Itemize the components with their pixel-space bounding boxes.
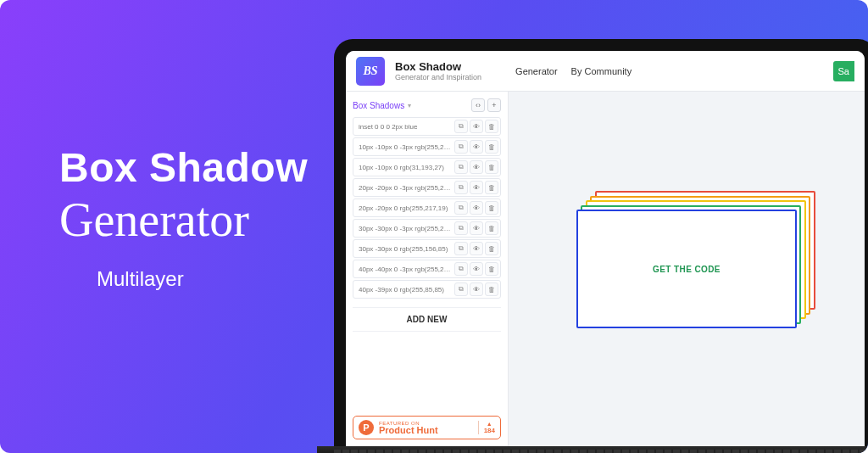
sidebar-head-buttons: ‹› +: [471, 98, 501, 112]
shadow-row[interactable]: 10px -10px 0 -3px rgb(255,255,255)⧉👁🗑: [353, 137, 501, 156]
trash-icon[interactable]: 🗑: [485, 160, 498, 174]
trash-icon[interactable]: 🗑: [485, 120, 498, 133]
shadow-value: inset 0 0 0 2px blue: [359, 123, 453, 131]
sidebar-head: Box Shadows ▾ ‹› +: [353, 98, 501, 112]
copy-icon[interactable]: ⧉: [454, 120, 468, 133]
hero-block: Box Shadow Generator Multilayer: [59, 144, 308, 291]
trash-icon[interactable]: 🗑: [485, 262, 498, 276]
hero-subtitle: Multilayer: [97, 267, 308, 291]
laptop-mock: BS Box Shadow Generator and Inspiration …: [334, 39, 868, 453]
shadow-value: 10px -10px 0 -3px rgb(255,255,255): [359, 143, 453, 151]
brand-title: Box Shadow: [395, 60, 481, 73]
ph-name: Product Hunt: [379, 426, 438, 435]
copy-icon[interactable]: ⧉: [454, 181, 468, 194]
shadow-row[interactable]: 40px -39px 0 rgb(255,85,85)⧉👁🗑: [353, 280, 501, 299]
app-body: Box Shadows ▾ ‹› + inset 0 0 0 2px blue⧉…: [346, 92, 865, 446]
sidebar: Box Shadows ▾ ‹› + inset 0 0 0 2px blue⧉…: [346, 92, 509, 446]
copy-icon[interactable]: ⧉: [454, 282, 468, 296]
trash-icon[interactable]: 🗑: [485, 140, 498, 154]
ph-count: 184: [484, 427, 495, 434]
brand-sub: Generator and Inspiration: [395, 73, 481, 81]
sidebar-title-text: Box Shadows: [353, 101, 404, 110]
product-hunt-logo-icon: P: [359, 420, 374, 435]
nav-community[interactable]: By Community: [571, 66, 632, 76]
shadow-row[interactable]: 30px -30px 0 -3px rgb(255,255,255)⧉👁🗑: [353, 219, 501, 238]
laptop-keyboard: [317, 446, 868, 453]
laptop-bezel: BS Box Shadow Generator and Inspiration …: [334, 39, 868, 446]
trash-icon[interactable]: 🗑: [485, 282, 498, 296]
add-new-button[interactable]: ADD NEW: [353, 307, 501, 332]
brand-block: Box Shadow Generator and Inspiration: [395, 60, 481, 81]
preview-layer-blue[interactable]: GET THE CODE: [576, 210, 797, 328]
app-logo[interactable]: BS: [356, 57, 385, 86]
copy-icon[interactable]: ⧉: [454, 160, 468, 174]
shadow-row[interactable]: 10px -10px 0 rgb(31,193,27)⧉👁🗑: [353, 158, 501, 176]
shadow-row[interactable]: inset 0 0 0 2px blue⧉👁🗑: [353, 117, 501, 136]
shadow-row[interactable]: 20px -20px 0 -3px rgb(255,255,255)⧉👁🗑: [353, 178, 501, 197]
shadow-row[interactable]: 30px -30px 0 rgb(255,156,85)⧉👁🗑: [353, 239, 501, 258]
preview-pane: GET THE CODE: [509, 92, 865, 446]
shadow-value: 10px -10px 0 rgb(31,193,27): [359, 164, 453, 171]
eye-icon[interactable]: 👁: [470, 140, 483, 154]
trash-icon[interactable]: 🗑: [485, 221, 498, 235]
app-screen: BS Box Shadow Generator and Inspiration …: [346, 51, 865, 446]
hero-title: Box Shadow: [59, 144, 308, 191]
product-hunt-badge[interactable]: P FEATURED ON Product Hunt ▲ 184: [353, 416, 501, 439]
code-button[interactable]: ‹›: [471, 98, 485, 112]
eye-icon[interactable]: 👁: [470, 181, 483, 194]
ph-upvote[interactable]: ▲ 184: [478, 421, 495, 434]
trash-icon[interactable]: 🗑: [485, 201, 498, 215]
eye-icon[interactable]: 👁: [470, 221, 483, 235]
copy-icon[interactable]: ⧉: [454, 242, 468, 255]
trash-icon[interactable]: 🗑: [485, 181, 498, 194]
shadow-list: inset 0 0 0 2px blue⧉👁🗑10px -10px 0 -3px…: [353, 117, 501, 299]
eye-icon[interactable]: 👁: [470, 160, 483, 174]
promo-canvas: Box Shadow Generator Multilayer BS Box S…: [0, 0, 868, 453]
main-nav: Generator By Community: [515, 66, 632, 76]
eye-icon[interactable]: 👁: [470, 201, 483, 215]
sidebar-title[interactable]: Box Shadows ▾: [353, 101, 411, 110]
chevron-down-icon: ▾: [408, 102, 411, 109]
shadow-value: 40px -39px 0 rgb(255,85,85): [359, 286, 453, 294]
copy-icon[interactable]: ⧉: [454, 262, 468, 276]
nav-generator[interactable]: Generator: [515, 66, 558, 76]
shadow-value: 30px -30px 0 -3px rgb(255,255,255): [359, 225, 453, 232]
upvote-arrow-icon: ▲: [487, 421, 492, 427]
product-hunt-text: FEATURED ON Product Hunt: [379, 421, 438, 435]
eye-icon[interactable]: 👁: [470, 120, 483, 133]
shadow-row[interactable]: 40px -40px 0 -3px rgb(255,255,255)⧉👁🗑: [353, 260, 501, 278]
shadow-value: 30px -30px 0 rgb(255,156,85): [359, 245, 453, 253]
shadow-row[interactable]: 20px -20px 0 rgb(255,217,19)⧉👁🗑: [353, 199, 501, 217]
hero-script: Generator: [59, 196, 308, 243]
eye-icon[interactable]: 👁: [470, 242, 483, 255]
shadow-value: 40px -40px 0 -3px rgb(255,255,255): [359, 266, 453, 273]
shadow-value: 20px -20px 0 -3px rgb(255,255,255): [359, 184, 453, 192]
app-header: BS Box Shadow Generator and Inspiration …: [346, 51, 865, 92]
copy-icon[interactable]: ⧉: [454, 140, 468, 154]
copy-icon[interactable]: ⧉: [454, 221, 468, 235]
shadow-preview-stack: GET THE CODE: [576, 210, 797, 328]
eye-icon[interactable]: 👁: [470, 262, 483, 276]
shadow-value: 20px -20px 0 rgb(255,217,19): [359, 204, 453, 212]
eye-icon[interactable]: 👁: [470, 282, 483, 296]
copy-icon[interactable]: ⧉: [454, 201, 468, 215]
get-code-button[interactable]: GET THE CODE: [653, 265, 721, 274]
trash-icon[interactable]: 🗑: [485, 242, 498, 255]
add-shadow-button[interactable]: +: [487, 98, 501, 112]
save-button[interactable]: Sa: [833, 61, 854, 81]
